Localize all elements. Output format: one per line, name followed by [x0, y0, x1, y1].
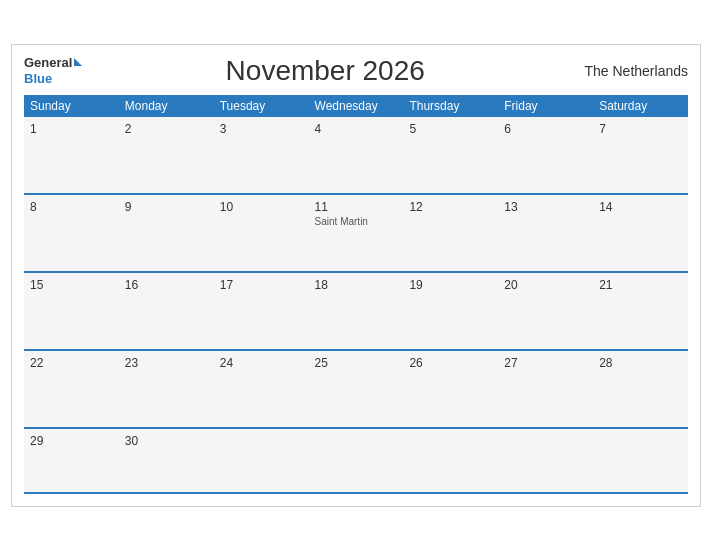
day-cell-25: 25 — [309, 351, 404, 427]
week-row-4: 22 23 24 25 26 27 28 — [24, 351, 688, 429]
day-headers-row: Sunday Monday Tuesday Wednesday Thursday… — [24, 95, 688, 117]
week-row-2: 8 9 10 11 Saint Martin 12 13 14 — [24, 195, 688, 273]
day-cell-empty-5 — [593, 429, 688, 492]
header-wednesday: Wednesday — [309, 95, 404, 117]
logo-general-text: General — [24, 55, 72, 71]
logo-blue-text: Blue — [24, 71, 82, 87]
day-cell-29: 29 — [24, 429, 119, 492]
saint-martin-event: Saint Martin — [315, 216, 398, 227]
day-cell-26: 26 — [403, 351, 498, 427]
calendar-title: November 2026 — [82, 55, 568, 87]
day-cell-13: 13 — [498, 195, 593, 271]
day-cell-empty-2 — [309, 429, 404, 492]
day-cell-27: 27 — [498, 351, 593, 427]
day-cell-22: 22 — [24, 351, 119, 427]
day-cell-17: 17 — [214, 273, 309, 349]
logo-triangle-icon — [74, 58, 82, 66]
day-cell-1: 1 — [24, 117, 119, 193]
week-row-3: 15 16 17 18 19 20 21 — [24, 273, 688, 351]
header-tuesday: Tuesday — [214, 95, 309, 117]
day-cell-4: 4 — [309, 117, 404, 193]
day-cell-8: 8 — [24, 195, 119, 271]
header-sunday: Sunday — [24, 95, 119, 117]
day-cell-19: 19 — [403, 273, 498, 349]
day-cell-7: 7 — [593, 117, 688, 193]
day-cell-30: 30 — [119, 429, 214, 492]
day-cell-6: 6 — [498, 117, 593, 193]
day-cell-20: 20 — [498, 273, 593, 349]
day-cell-5: 5 — [403, 117, 498, 193]
day-cell-15: 15 — [24, 273, 119, 349]
day-cell-11: 11 Saint Martin — [309, 195, 404, 271]
logo: General Blue — [24, 55, 82, 86]
day-cell-empty-3 — [403, 429, 498, 492]
calendar-header: General Blue November 2026 The Netherlan… — [24, 55, 688, 87]
day-cell-14: 14 — [593, 195, 688, 271]
day-cell-2: 2 — [119, 117, 214, 193]
day-cell-16: 16 — [119, 273, 214, 349]
day-cell-10: 10 — [214, 195, 309, 271]
country-label: The Netherlands — [568, 63, 688, 79]
day-cell-18: 18 — [309, 273, 404, 349]
day-cell-24: 24 — [214, 351, 309, 427]
header-monday: Monday — [119, 95, 214, 117]
header-saturday: Saturday — [593, 95, 688, 117]
day-cell-28: 28 — [593, 351, 688, 427]
day-cell-empty-1 — [214, 429, 309, 492]
header-thursday: Thursday — [403, 95, 498, 117]
day-cell-23: 23 — [119, 351, 214, 427]
week-row-5: 29 30 — [24, 429, 688, 494]
day-cell-12: 12 — [403, 195, 498, 271]
week-row-1: 1 2 3 4 5 6 7 — [24, 117, 688, 195]
day-cell-3: 3 — [214, 117, 309, 193]
day-cell-empty-4 — [498, 429, 593, 492]
day-cell-9: 9 — [119, 195, 214, 271]
header-friday: Friday — [498, 95, 593, 117]
day-cell-21: 21 — [593, 273, 688, 349]
calendar: General Blue November 2026 The Netherlan… — [11, 44, 701, 507]
